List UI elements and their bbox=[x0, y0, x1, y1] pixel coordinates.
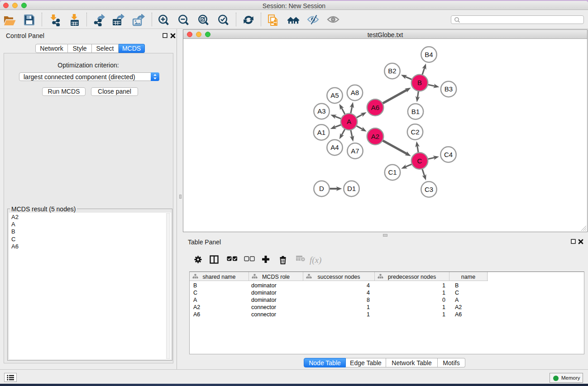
svg-text:C1: C1 bbox=[388, 168, 397, 176]
svg-text:B2: B2 bbox=[388, 67, 396, 75]
svg-text:A4: A4 bbox=[330, 143, 339, 151]
svg-text:B4: B4 bbox=[425, 51, 433, 58]
svg-text:B3: B3 bbox=[445, 85, 453, 93]
svg-text:A: A bbox=[347, 118, 351, 125]
svg-text:C: C bbox=[417, 157, 422, 165]
svg-text:D: D bbox=[319, 185, 324, 192]
svg-text:A5: A5 bbox=[330, 91, 339, 99]
svg-text:A1: A1 bbox=[317, 129, 325, 136]
svg-text:A7: A7 bbox=[351, 147, 359, 155]
svg-text:C3: C3 bbox=[425, 186, 433, 193]
svg-text:A3: A3 bbox=[317, 107, 325, 115]
svg-text:A6: A6 bbox=[371, 104, 379, 111]
svg-text:D1: D1 bbox=[347, 185, 356, 192]
svg-text:A2: A2 bbox=[371, 133, 379, 140]
svg-text:B1: B1 bbox=[411, 108, 420, 115]
svg-text:B: B bbox=[417, 79, 422, 86]
svg-text:C4: C4 bbox=[444, 151, 453, 158]
svg-text:A8: A8 bbox=[351, 89, 359, 96]
svg-text:C2: C2 bbox=[411, 128, 419, 136]
